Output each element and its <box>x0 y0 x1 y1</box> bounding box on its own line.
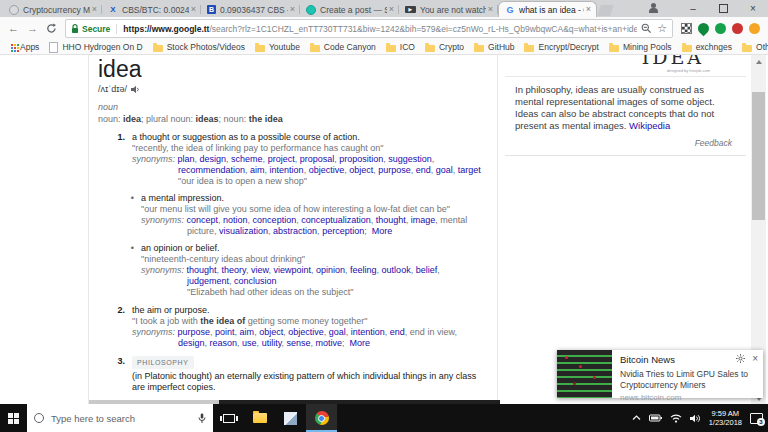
drop-extension[interactable] <box>696 21 712 37</box>
bookmark-item[interactable]: Stock Photos/Videos <box>148 42 250 52</box>
minimize-button[interactable]: – <box>678 0 708 16</box>
action-center-icon[interactable]: 3 <box>750 413 763 424</box>
tab-poloniex[interactable]: XCBS/BTC: 0.00249800× <box>102 2 201 17</box>
bookmark-item[interactable]: Youtube <box>250 42 305 52</box>
synonym-link[interactable]: object <box>349 165 373 175</box>
synonym-link[interactable]: end <box>416 165 431 175</box>
synonym-link[interactable]: reason <box>210 338 238 348</box>
restore-button[interactable] <box>708 0 738 16</box>
url-text[interactable]: https://www.google.tt/search?rlz=1C1CHZL… <box>123 24 637 34</box>
synonym-link[interactable]: point <box>215 327 235 337</box>
bookmark-item[interactable]: Mining Pools <box>604 42 677 52</box>
synonym-link[interactable]: feeling <box>350 265 377 275</box>
synonym-link[interactable]: conclusion <box>234 276 277 286</box>
synonym-link[interactable]: purpose <box>378 165 411 175</box>
start-button[interactable] <box>0 404 27 432</box>
synonym-link[interactable]: image <box>411 215 436 225</box>
chrome-taskbar-button[interactable] <box>306 404 337 432</box>
reload-icon[interactable] <box>46 23 57 34</box>
synonym-link[interactable]: utility <box>262 338 282 348</box>
synonym-link[interactable]: objective <box>288 327 324 337</box>
synonym-link[interactable]: aim <box>250 165 265 175</box>
tab-close-icon[interactable]: × <box>288 5 297 14</box>
tab-close-icon[interactable]: × <box>189 5 198 14</box>
tab-google[interactable]: Gwhat is an idea - Googl× <box>498 1 597 17</box>
notification-popup[interactable]: Bitcoin News × Nvidia Tries to Limit GPU… <box>557 350 763 398</box>
photos-app-button[interactable] <box>275 404 306 432</box>
synonym-link[interactable]: end <box>390 327 405 337</box>
synonym-link[interactable]: conception <box>253 215 297 225</box>
tab-video[interactable]: ▶You are not watching a× <box>399 2 498 17</box>
green-circle-extension[interactable] <box>715 23 726 34</box>
wikipedia-link[interactable]: Wikipedia <box>629 120 670 131</box>
tab-close-icon[interactable]: × <box>387 5 396 14</box>
synonym-link[interactable]: sense <box>286 338 310 348</box>
synonym-link[interactable]: project <box>268 154 295 164</box>
taskbar-search-input[interactable]: Type here to search <box>27 404 213 432</box>
synonym-link[interactable]: opinion <box>316 265 345 275</box>
forward-icon[interactable]: → <box>27 23 38 34</box>
scrollbar-thumb[interactable] <box>752 92 765 220</box>
bookmark-item[interactable]: exchnges <box>677 42 737 52</box>
synonym-link[interactable]: concept <box>187 215 219 225</box>
synonym-link[interactable]: view <box>251 265 269 275</box>
clock[interactable]: 9:59 AM 1/23/2018 <box>709 409 742 427</box>
synonym-link[interactable]: notion <box>223 215 248 225</box>
tab-steemit[interactable]: Create a post — Steem× <box>300 2 399 17</box>
tab-close-icon[interactable]: × <box>584 5 593 14</box>
notification-settings-icon[interactable] <box>736 354 745 363</box>
microphone-icon[interactable] <box>198 413 206 424</box>
volume-icon[interactable] <box>690 414 701 423</box>
synonym-link[interactable]: design <box>178 338 205 348</box>
more-link[interactable]: More <box>372 226 393 236</box>
bookmark-item[interactable]: Encrypt/Decrypt <box>519 42 603 52</box>
synonym-link[interactable]: intention <box>270 165 304 175</box>
synonym-link[interactable]: theory <box>222 265 246 275</box>
speaker-icon[interactable] <box>131 85 141 94</box>
scroll-up-icon[interactable] <box>751 55 766 65</box>
bookmark-item[interactable]: GitHub <box>469 42 519 52</box>
hidden-icons-chevron[interactable] <box>632 415 641 421</box>
synonym-link[interactable]: abstraction <box>273 226 317 236</box>
feedback-link[interactable]: Feedback <box>505 132 746 155</box>
tab-close-icon[interactable]: × <box>90 5 99 14</box>
synonym-link[interactable]: perception <box>322 226 364 236</box>
synonym-link[interactable]: purpose <box>178 327 211 337</box>
knowledge-panel-image[interactable]: IDEA <box>505 55 746 68</box>
synonym-link[interactable]: use <box>242 338 257 348</box>
new-tab-button[interactable] <box>597 5 614 16</box>
synonym-link[interactable]: intention <box>351 327 385 337</box>
more-link[interactable]: More <box>350 338 371 348</box>
synonym-link[interactable]: goal <box>436 165 453 175</box>
bookmark-item[interactable]: Code Canyon <box>305 42 381 52</box>
bookmark-item[interactable]: ICO <box>381 42 420 52</box>
synonym-link[interactable]: plan <box>178 154 195 164</box>
close-window-button[interactable]: × <box>738 0 768 16</box>
synonym-link[interactable]: target <box>458 165 481 175</box>
bookmark-item[interactable]: HHO Hydrogen On D <box>44 42 147 53</box>
other-bookmarks[interactable]: Other bookmarks <box>737 42 768 52</box>
orange-circle-extension[interactable] <box>749 23 760 34</box>
synonym-link[interactable]: aim <box>240 327 255 337</box>
synonym-link[interactable]: objective <box>309 165 345 175</box>
synonym-link[interactable]: goal <box>329 327 346 337</box>
synonym-link[interactable]: thought <box>187 265 217 275</box>
back-icon[interactable]: ← <box>8 23 19 34</box>
bookmark-star-icon[interactable]: ☆ <box>657 23 667 34</box>
secure-chip[interactable]: Secure <box>71 24 110 34</box>
synonym-link[interactable]: visualization <box>219 226 268 236</box>
tab-close-icon[interactable]: × <box>486 5 495 14</box>
zoom-icon[interactable] <box>641 23 652 34</box>
synonym-link[interactable]: scheme <box>231 154 263 164</box>
synonym-link[interactable]: judgement <box>187 276 229 286</box>
profile-icon[interactable] <box>646 2 664 14</box>
synonym-link[interactable]: proposal <box>300 154 335 164</box>
battery-icon[interactable] <box>649 414 662 422</box>
wifi-icon[interactable] <box>670 414 682 423</box>
tab-bittrex[interactable]: B0.09036437 CBS - TheB× <box>201 2 300 17</box>
omnibox[interactable]: Secure https://www.google.tt/search?rlz=… <box>65 19 673 38</box>
file-explorer-button[interactable] <box>244 404 275 432</box>
tab-coin[interactable]: Cryptocurrency Market× <box>3 2 102 17</box>
synonym-link[interactable]: proposition <box>339 154 383 164</box>
qr-code-extension[interactable] <box>681 23 692 34</box>
